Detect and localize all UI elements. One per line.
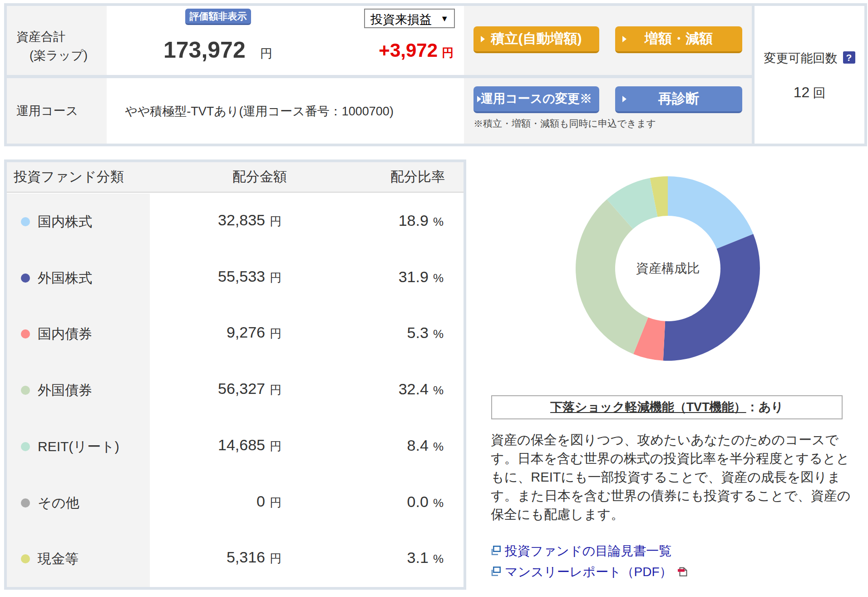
change-count-value-row: 12回 bbox=[755, 85, 864, 101]
fund-table-body: 国内株式32,835円18.9%外国株式55,533円31.9%国内債券9,27… bbox=[7, 194, 464, 587]
ratio-unit: % bbox=[433, 439, 444, 453]
rediagnosis-button[interactable]: 再診断 bbox=[615, 86, 742, 113]
fund-category-bullet bbox=[21, 217, 30, 226]
fund-category-bullet bbox=[21, 329, 30, 338]
course-row-label: 運用コース bbox=[16, 102, 78, 120]
fund-table-row: 外国株式55,533円31.9% bbox=[7, 250, 464, 306]
ratio-unit: % bbox=[433, 327, 444, 341]
fund-category-bullet bbox=[21, 442, 30, 451]
fund-allocation-amount: 56,327円 bbox=[157, 380, 281, 398]
fund-allocation-amount: 0円 bbox=[157, 493, 281, 511]
fund-category-label: その他 bbox=[38, 493, 79, 512]
increase-decrease-button[interactable]: 増額・減額 bbox=[615, 26, 742, 53]
button-arrow-icon bbox=[622, 96, 626, 102]
fund-table-row: REIT(リート)14,685円8.4% bbox=[7, 418, 464, 475]
fund-table-row: その他0円0.0% bbox=[7, 475, 464, 531]
amount-unit: 円 bbox=[270, 327, 281, 340]
fund-category-label: 外国株式 bbox=[38, 269, 92, 287]
fund-allocation-amount: 9,276円 bbox=[157, 323, 281, 342]
fund-category-label: REIT(リート) bbox=[38, 437, 119, 456]
total-asset-amount-unit: 円 bbox=[260, 47, 272, 60]
total-asset-amount-value: 173,972 bbox=[163, 37, 246, 63]
amount-unit: 円 bbox=[270, 439, 281, 453]
total-assets-label-line1: 資産合計 bbox=[16, 28, 88, 46]
total-asset-amount: 173,972円 bbox=[163, 37, 272, 63]
ratio-unit: % bbox=[433, 271, 444, 284]
external-link-icon bbox=[491, 567, 501, 576]
fund-category-label: 国内株式 bbox=[38, 213, 92, 231]
amount-unit: 円 bbox=[270, 496, 281, 509]
course-name: やや積極型-TVTあり(運用コース番号：1000700) bbox=[125, 103, 394, 119]
fund-category-bullet bbox=[21, 274, 30, 283]
tvt-feature-title: 下落ショック軽減機能（TVT機能） bbox=[550, 400, 746, 414]
fund-category-bullet bbox=[21, 498, 30, 507]
fund-allocation-ratio: 31.9% bbox=[284, 268, 444, 285]
profit-amount-unit: 円 bbox=[442, 46, 454, 60]
button-arrow-icon bbox=[622, 36, 626, 42]
donut-slice-国内株式 bbox=[668, 176, 753, 249]
total-assets-label: 資産合計 (楽ラップ) bbox=[16, 28, 88, 65]
fund-allocation-amount: 5,316円 bbox=[157, 548, 281, 567]
monthly-report-link[interactable]: マンスリーレポート（PDF） bbox=[505, 565, 672, 579]
amount-unit: 円 bbox=[270, 271, 281, 284]
fund-table-row: 現金等5,316円3.1% bbox=[7, 531, 464, 587]
ratio-unit: % bbox=[433, 383, 444, 397]
button-arrow-icon bbox=[477, 96, 481, 102]
fund-table-header: 投資ファンド分類 配分金額 配分比率 bbox=[7, 162, 464, 193]
fund-allocation-amount: 14,685円 bbox=[157, 436, 281, 454]
header-allocation-ratio: 配分比率 bbox=[390, 168, 445, 186]
profit-amount-value: +3,972 bbox=[379, 40, 438, 61]
reserve-auto-increase-button[interactable]: 積立(自動増額) bbox=[473, 26, 599, 53]
buttons-note: ※積立・増額・減額も同時に申込できます bbox=[473, 117, 656, 130]
fund-category-label: 現金等 bbox=[38, 550, 79, 568]
fund-allocation-ratio: 32.4% bbox=[284, 380, 444, 398]
profit-period-selected-value: 投資来損益 bbox=[370, 11, 432, 28]
fund-allocation-ratio: 5.3% bbox=[284, 324, 444, 342]
fund-category-bullet bbox=[21, 386, 30, 395]
profit-period-select[interactable]: 投資来損益 ▼ bbox=[364, 9, 455, 28]
tvt-feature-status: ：あり bbox=[746, 400, 784, 414]
profit-amount: +3,972円 bbox=[379, 40, 454, 61]
fund-table-row: 国内株式32,835円18.9% bbox=[7, 194, 464, 250]
change-count-label: 変更可能回数 bbox=[764, 51, 838, 65]
ratio-unit: % bbox=[433, 215, 444, 229]
fund-table-row: 外国債券56,327円32.4% bbox=[7, 362, 464, 418]
fund-allocation-panel: 投資ファンド分類 配分金額 配分比率 国内株式32,835円18.9%外国株式5… bbox=[4, 159, 466, 590]
external-link-icon bbox=[491, 546, 501, 555]
change-count-value: 12 bbox=[794, 84, 810, 100]
asset-summary-panel: 資産合計 (楽ラップ) 評価額非表示 173,972円 投資来損益 ▼ +3,9… bbox=[4, 3, 867, 146]
fund-allocation-ratio: 0.0% bbox=[284, 493, 444, 510]
fund-allocation-ratio: 18.9% bbox=[284, 212, 444, 229]
ratio-unit: % bbox=[433, 552, 444, 566]
course-change-button[interactable]: 運用コースの変更※ bbox=[473, 86, 599, 113]
fund-category-label: 国内債券 bbox=[38, 325, 92, 343]
change-count-label-row: 変更可能回数? bbox=[755, 51, 864, 65]
help-icon[interactable]: ? bbox=[843, 51, 855, 64]
select-arrow-icon: ▼ bbox=[440, 14, 449, 24]
fund-allocation-ratio: 3.1% bbox=[284, 549, 444, 567]
total-assets-label-line2: (楽ラップ) bbox=[16, 46, 88, 65]
button-arrow-icon bbox=[481, 36, 485, 42]
tvt-feature-box: 下落ショック軽減機能（TVT機能）：あり bbox=[491, 395, 843, 419]
fund-table-row: 国内債券9,276円5.3% bbox=[7, 306, 464, 362]
amount-unit: 円 bbox=[270, 214, 281, 228]
change-count-unit: 回 bbox=[813, 86, 825, 100]
course-description: 資産の保全を図りつつ、攻めたいあなたのためのコースです。日本を含む世界の株式の投… bbox=[491, 431, 853, 524]
fund-allocation-amount: 32,835円 bbox=[157, 211, 281, 229]
fund-allocation-ratio: 8.4% bbox=[284, 436, 444, 454]
row-divider bbox=[7, 75, 752, 78]
amount-unit: 円 bbox=[270, 552, 281, 565]
pdf-icon bbox=[678, 567, 688, 577]
fund-category-bullet bbox=[21, 554, 30, 563]
prospectus-link[interactable]: 投資ファンドの目論見書一覧 bbox=[505, 544, 671, 558]
hide-valuation-button[interactable]: 評価額非表示 bbox=[185, 9, 251, 25]
prospectus-link-row: 投資ファンドの目論見書一覧 bbox=[491, 542, 671, 561]
header-allocation-amount: 配分金額 bbox=[232, 168, 287, 186]
ratio-unit: % bbox=[433, 496, 444, 509]
donut-center-label: 資産構成比 bbox=[604, 260, 731, 277]
fund-allocation-amount: 55,533円 bbox=[157, 268, 281, 286]
donut-slice-外国株式 bbox=[663, 234, 760, 361]
monthly-report-link-row: マンスリーレポート（PDF） bbox=[491, 563, 688, 582]
header-fund-category: 投資ファンド分類 bbox=[14, 168, 124, 186]
fund-category-label: 外国債券 bbox=[38, 381, 92, 400]
